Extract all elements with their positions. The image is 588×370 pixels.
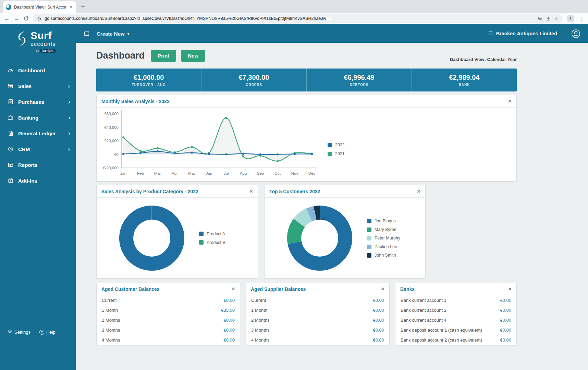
sidebar-item-banking[interactable]: Banking ›: [0, 110, 76, 125]
kpi-label: ORDERS: [246, 83, 262, 87]
app-topbar: Create New ▾ Bracken Antiques Limited: [76, 24, 588, 43]
surf-logo: Surf accounts by bBright: [0, 24, 76, 53]
panel-title: Banks: [400, 286, 508, 292]
sidebar-item-crm[interactable]: CRM ›: [0, 141, 76, 157]
panel-title: Sales Analysis by Product Category - 202…: [101, 189, 249, 194]
kpi-value: €1,000.00: [134, 74, 164, 82]
table-row: Bank current account 4€0.00: [395, 315, 516, 325]
panel-close-icon[interactable]: ×: [381, 286, 384, 292]
back-icon[interactable]: ←: [4, 16, 10, 21]
panel-title: Aged Supplier Balances: [251, 286, 381, 292]
zoom-icon[interactable]: [538, 16, 543, 21]
sidebar-item-general-ledger[interactable]: General Ledger ›: [0, 125, 76, 141]
panel-title: Monthly Sales Analysis - 2022: [101, 99, 508, 104]
legend-label: 2022: [335, 143, 345, 147]
download-icon[interactable]: [546, 16, 551, 21]
kpi-bank: €2,989.04 BANK: [412, 69, 517, 91]
page-header: Dashboard Print New Dashboard View: Cale…: [96, 48, 517, 63]
reload-icon[interactable]: [23, 16, 29, 21]
tab-close-icon[interactable]: ×: [69, 4, 73, 10]
legend-label: John Smith: [375, 253, 396, 258]
table-row: Bank deposit account 2 (cash equivalent)…: [395, 335, 516, 345]
kpi-orders: €7,300.00 ORDERS: [201, 69, 307, 91]
kpi-turnover: €1,000.00 TURNOVER - AUG: [96, 69, 201, 91]
svg-text:€60,000: €60,000: [104, 112, 119, 116]
address-bar[interactable]: go.surfaccounts.com/surfboard/SurfBoard.…: [33, 14, 563, 23]
sidebar-item-dashboard[interactable]: Dashboard: [0, 62, 76, 78]
sidebar-item-add-ins[interactable]: Add-Ins: [0, 173, 76, 188]
svg-text:Nov: Nov: [291, 171, 298, 175]
panel-close-icon[interactable]: ×: [249, 188, 253, 194]
legend-item: 2021: [328, 151, 345, 156]
chevron-right-icon: ›: [68, 114, 70, 121]
settings-link[interactable]: Settings: [8, 329, 30, 335]
panel-close-icon[interactable]: ×: [508, 286, 512, 292]
legend-item: Mary Byrne: [367, 227, 400, 232]
chevron-right-icon: ›: [68, 146, 70, 153]
company-selector[interactable]: Bracken Antiques Limited: [488, 30, 557, 37]
svg-text:Jun: Jun: [206, 171, 212, 175]
top-customers-donut: [286, 205, 353, 272]
sales-box-icon: [8, 83, 14, 89]
panel-aged-customer-balances: Aged Customer Balances × Current€0.00 1 …: [96, 283, 240, 345]
tab-title: Dashboard View | Surf Accoun: [14, 5, 66, 10]
settings-label: Settings: [14, 330, 30, 335]
legend-item: Peter Murphy: [367, 236, 400, 241]
browser-profile-avatar[interactable]: [567, 15, 574, 22]
sidebar-nav: Dashboard Sales › Purchases › Banking ›: [0, 62, 76, 188]
panel-close-icon[interactable]: ×: [232, 286, 235, 292]
legend-swatch: [367, 219, 371, 223]
table-row: 2 Months€0.00: [97, 315, 240, 325]
svg-text:Oct: Oct: [274, 171, 281, 175]
sidebar-item-label: Sales: [18, 83, 64, 89]
legend-item: Pauline Lee: [367, 244, 400, 249]
browser-chrome: Dashboard View | Surf Accoun × + ← → go.…: [0, 0, 588, 24]
bookmark-star-icon[interactable]: ☆: [554, 16, 559, 21]
forward-icon[interactable]: →: [14, 16, 19, 21]
product-category-donut: [118, 205, 185, 272]
legend-label: 2021: [335, 151, 345, 156]
legend-item: Product A: [199, 232, 225, 236]
lock-icon: [37, 16, 41, 21]
sidebar-footer: Settings ? Help: [8, 329, 56, 335]
table-row: Bank current account 1€0.00: [395, 295, 516, 305]
legend-item: Product B: [199, 240, 225, 245]
purchases-list-icon: [8, 99, 14, 105]
svg-text:€-20,000: €-20,000: [103, 166, 119, 170]
legend-swatch: [367, 227, 371, 232]
browser-menu-icon[interactable]: ⋮: [578, 15, 584, 22]
legend-swatch: [367, 245, 371, 249]
legend-swatch: [367, 253, 371, 258]
chevron-right-icon: ›: [68, 83, 70, 90]
sidebar-item-label: Reports: [18, 162, 70, 168]
sidebar-item-reports[interactable]: Reports: [0, 157, 76, 173]
user-avatar-icon[interactable]: [571, 29, 580, 38]
new-tab-button[interactable]: +: [78, 2, 88, 12]
main-content: Dashboard Print New Dashboard View: Cale…: [76, 43, 588, 370]
kpi-label: BANK: [459, 83, 470, 87]
table-row: Bank deposit account 1 (cash equivalent)…: [395, 325, 516, 335]
legend-label: Mary Byrne: [375, 227, 396, 232]
toggle-panel-icon[interactable]: [84, 30, 90, 37]
svg-text:Apr: Apr: [172, 171, 178, 175]
chevron-right-icon: ›: [68, 98, 70, 106]
kpi-value: €6,996.49: [344, 74, 375, 82]
svg-text:€0: €0: [114, 152, 119, 157]
table-row: 1 Month€35.00: [97, 305, 240, 315]
legend-label: Joe Bloggs: [375, 219, 396, 223]
panel-close-icon[interactable]: ×: [508, 98, 512, 104]
table-row: 2 Months€0.00: [246, 315, 389, 325]
new-button[interactable]: New: [181, 50, 205, 62]
legend-item: 2022: [328, 143, 345, 147]
panel-title: Aged Customer Balances: [101, 286, 232, 292]
company-icon: [488, 30, 493, 37]
panel-close-icon[interactable]: ×: [417, 188, 420, 194]
sidebar-item-purchases[interactable]: Purchases ›: [0, 94, 76, 110]
print-button[interactable]: Print: [151, 50, 176, 62]
svg-text:€20,000: €20,000: [104, 139, 119, 143]
panel-top-customers: Top 5 Customers 2022 × Joe Bloggs Mary B…: [264, 185, 426, 279]
sidebar-item-sales[interactable]: Sales ›: [0, 78, 76, 94]
help-link[interactable]: ? Help: [39, 330, 56, 335]
create-new-button[interactable]: Create New ▾: [97, 31, 129, 37]
browser-tab[interactable]: Dashboard View | Surf Accoun ×: [3, 1, 76, 13]
